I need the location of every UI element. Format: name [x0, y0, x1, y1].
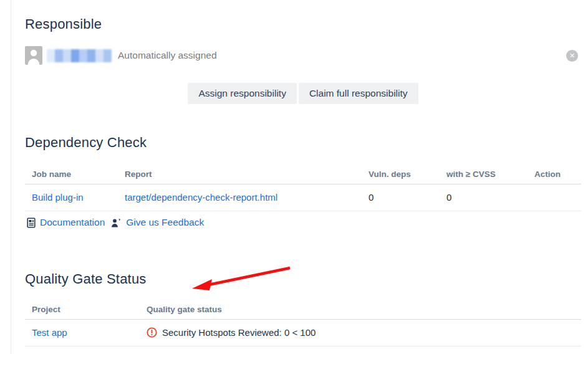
remove-assignee-icon[interactable]: ✕	[566, 50, 578, 62]
give-feedback-link[interactable]: Give us Feedback	[126, 217, 204, 228]
main-content: Responsible Automatically assigned ✕ Ass…	[25, 0, 581, 346]
assignment-note: Automatically assigned	[118, 50, 217, 61]
col-job-name: Job name	[25, 165, 118, 184]
with-cvss-value: 0	[440, 184, 528, 211]
assignee-row: Automatically assigned ✕	[25, 46, 581, 65]
dependency-check-footer-links: Documentation Give us Feedback	[25, 217, 581, 228]
dependency-check-table: Job name Report Vuln. deps with ≥ CVSS A…	[25, 165, 581, 211]
col-vuln-deps: Vuln. deps	[362, 165, 440, 184]
job-name-link[interactable]: Build plug-in	[32, 192, 84, 203]
claim-full-responsibility-button[interactable]: Claim full responsibility	[299, 83, 418, 104]
documentation-link[interactable]: Documentation	[40, 217, 105, 228]
responsible-heading: Responsible	[25, 15, 581, 34]
table-header-row: Job name Report Vuln. deps with ≥ CVSS A…	[25, 165, 581, 184]
responsibility-buttons: Assign responsibility Claim full respons…	[25, 83, 581, 104]
table-header-row: Project Quality gate status	[25, 300, 581, 320]
quality-gate-status-text: Security Hotspots Reviewed: 0 < 100	[162, 327, 316, 338]
person-silhouette-icon	[25, 46, 42, 65]
project-link[interactable]: Test app	[32, 327, 67, 338]
redacted-user-name	[47, 49, 112, 62]
error-circle-icon	[147, 327, 157, 338]
col-action: Action	[528, 165, 581, 184]
quality-gate-table: Project Quality gate status Test app Sec…	[25, 300, 581, 346]
col-report: Report	[118, 165, 362, 184]
table-row: Test app Security Hotspots Reviewed: 0 <…	[25, 320, 581, 346]
assign-responsibility-button[interactable]: Assign responsibility	[188, 83, 296, 104]
quality-gate-heading: Quality Gate Status	[25, 270, 581, 289]
action-cell	[528, 184, 581, 211]
panel-left-border	[11, 0, 11, 354]
report-link[interactable]: target/dependency-check-report.html	[125, 192, 277, 203]
person-feedback-icon	[111, 218, 122, 227]
avatar	[25, 46, 42, 65]
dependency-check-heading: Dependency Check	[25, 133, 581, 152]
col-with-cvss: with ≥ CVSS	[440, 165, 528, 184]
document-icon	[27, 217, 36, 228]
table-row: Build plug-in target/dependency-check-re…	[25, 184, 581, 211]
col-project: Project	[25, 300, 140, 320]
col-quality-gate-status: Quality gate status	[140, 300, 581, 320]
vuln-deps-value: 0	[362, 184, 440, 211]
